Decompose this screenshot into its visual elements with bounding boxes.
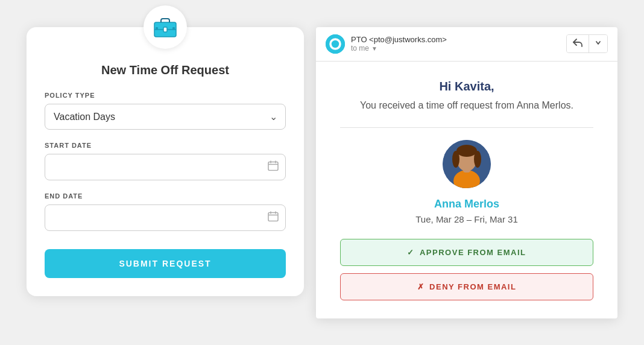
email-divider [340,127,593,128]
end-date-field: END DATE [45,192,286,231]
svg-rect-2 [163,27,167,32]
x-icon: ✗ [417,282,425,291]
pto-avatar [326,34,345,54]
briefcase-icon [152,13,178,42]
person-avatar-wrapper [340,140,593,188]
start-date-input[interactable] [45,154,286,180]
more-actions-button[interactable] [589,35,607,52]
policy-type-field: POLICY TYPE Vacation Days Sick Days Pers… [45,92,286,130]
email-action-buttons [566,34,608,53]
deny-label: DENY FROM EMAIL [429,282,516,291]
start-date-field: START DATE [45,142,286,180]
email-greeting: Hi Kavita, [340,80,593,93]
card-title: New Time Off Request [45,63,286,77]
policy-type-label: POLICY TYPE [45,92,286,99]
person-name: Anna Merlos [340,198,593,210]
to-dropdown-icon[interactable]: ▼ [371,45,377,52]
svg-point-20 [452,151,459,168]
end-date-input[interactable] [45,204,286,231]
svg-rect-3 [156,27,158,30]
person-dates: Tue, Mar 28 – Fri, Mar 31 [340,214,593,224]
sender-name: PTO <pto@justworks.com> [351,35,447,44]
approve-label: APPROVE FROM EMAIL [420,248,526,257]
checkmark-icon: ✓ [407,248,415,257]
briefcase-icon-circle [144,5,187,49]
policy-select-wrapper: Vacation Days Sick Days Personal Days ⌄ [45,104,286,130]
time-off-request-card: New Time Off Request POLICY TYPE Vacatio… [27,27,304,296]
sender-to: to me ▼ [351,44,447,52]
end-date-label: END DATE [45,192,286,200]
deny-from-email-button[interactable]: ✗ DENY FROM EMAIL [340,273,593,300]
svg-point-13 [326,34,345,54]
reply-button[interactable] [567,35,589,52]
email-sender-info: PTO <pto@justworks.com> to me ▼ [326,34,447,54]
policy-type-select[interactable]: Vacation Days Sick Days Personal Days [45,104,286,130]
approve-from-email-button[interactable]: ✓ APPROVE FROM EMAIL [340,239,593,266]
person-avatar [443,140,491,188]
svg-point-21 [474,151,481,168]
app-container: New Time Off Request POLICY TYPE Vacatio… [27,27,617,318]
svg-rect-4 [172,27,175,30]
start-date-input-wrapper [45,154,286,180]
email-header: PTO <pto@justworks.com> to me ▼ [316,27,617,62]
start-date-label: START DATE [45,142,286,149]
email-card: PTO <pto@justworks.com> to me ▼ [316,27,617,318]
email-subtext: You received a time off request from Ann… [340,98,593,113]
email-body: Hi Kavita, You received a time off reque… [316,62,617,318]
submit-request-button[interactable]: SUBMIT REQUEST [45,249,286,278]
sender-details: PTO <pto@justworks.com> to me ▼ [351,35,447,52]
end-date-input-wrapper [45,204,286,231]
svg-point-19 [456,145,477,157]
